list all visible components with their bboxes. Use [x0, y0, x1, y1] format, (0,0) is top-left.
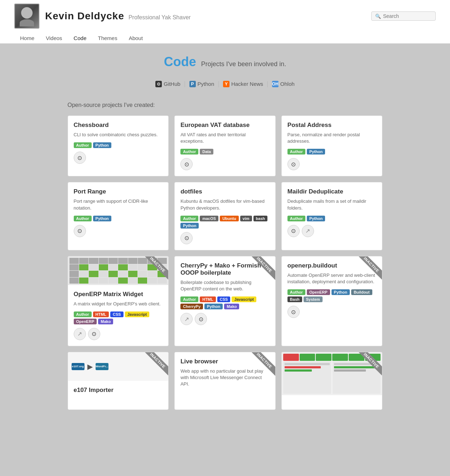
page-header: Code Projects I've been involved in. — [68, 54, 383, 69]
tag-author: Author — [74, 216, 92, 221]
github-icon: ⊙ — [155, 81, 162, 87]
share-link-icon[interactable]: ↗ — [180, 313, 193, 325]
link-separator-1: | — [184, 80, 186, 88]
tag-author: Author — [287, 216, 305, 221]
tag-python: Python — [93, 216, 111, 221]
project-desc: Parse, normalize and render postal addre… — [287, 132, 377, 144]
project-tags: Author Python — [287, 216, 377, 221]
project-card-chessboard: Chessboard CLI to solve combinatoric che… — [68, 116, 169, 176]
project-tags: Author OpenERP Python Buildout Bash Syst… — [287, 289, 377, 302]
share-link-icon[interactable]: ↗ — [302, 225, 314, 237]
tag-author: Author — [74, 142, 92, 148]
github-link-icon[interactable]: ⊙ — [88, 328, 100, 340]
tag-python: Python — [93, 142, 111, 148]
project-icons: ⊙ — [287, 306, 377, 318]
project-title: European VAT database — [180, 122, 270, 129]
project-card-dotfiles: dotfiles Kubuntu & macOS dotfiles for vi… — [174, 182, 276, 250]
tag-python: Python — [332, 289, 350, 295]
project-icons: ⊙ — [180, 158, 270, 170]
project-desc: Port range with support of CIDR-like not… — [74, 198, 163, 211]
project-tags: Author macOS Ubuntu vim bash Python — [180, 216, 270, 229]
github-link-icon[interactable]: ⊙ — [287, 225, 300, 237]
project-card-mailpng: Inactive — [281, 352, 383, 410]
arrow-icon: ▶ — [87, 362, 93, 371]
tag-ubuntu: Ubuntu — [220, 216, 238, 221]
project-tags: Author Python — [74, 216, 163, 221]
project-tags: Author HTML CSS Javascript CherryPy Pyth… — [180, 296, 270, 309]
github-link-icon[interactable]: ⊙ — [287, 158, 300, 170]
project-desc: Boilerplate codebase to publishing OpenE… — [180, 279, 270, 292]
project-title: Chessboard — [74, 122, 163, 129]
github-link-icon[interactable]: ⊙ — [195, 313, 207, 325]
project-title: OpenERP Matrix Widget — [74, 291, 163, 298]
project-title: openerp.buildout — [287, 262, 377, 269]
link-hackernews-label: Hacker News — [231, 81, 263, 87]
nav-about[interactable]: About — [123, 33, 149, 43]
link-github-label: GitHub — [164, 81, 180, 87]
project-title: Maildir Deduplicate — [287, 188, 377, 195]
tag-css: CSS — [110, 311, 124, 317]
project-card-cherrypy: Inactive CherryPy + Mako + Formish + OOO… — [174, 256, 276, 346]
links-row: ⊙ GitHub | P Python | Y Hacker News | OH… — [68, 80, 383, 88]
project-card-postal: Postal Address Parse, normalize and rend… — [281, 116, 383, 176]
project-icons: ⊙ ↗ — [287, 225, 377, 237]
tag-vim: vim — [240, 216, 252, 221]
python-icon: P — [189, 81, 196, 87]
project-desc: A matrix widget for OpenERP's web client… — [74, 301, 163, 307]
github-link-icon[interactable]: ⊙ — [180, 232, 193, 244]
project-desc: All VAT rates and their territorial exce… — [180, 132, 270, 144]
link-hackernews[interactable]: Y Hacker News — [223, 81, 263, 87]
page-title: Code — [164, 54, 196, 69]
share-link-icon[interactable]: ↗ — [74, 328, 86, 340]
nav-home[interactable]: Home — [14, 33, 40, 43]
github-link-icon[interactable]: ⊙ — [74, 225, 86, 237]
tag-html: HTML — [200, 296, 216, 302]
tag-html: HTML — [93, 311, 109, 317]
project-title: CherryPy + Mako + Formish + OOOP boilerp… — [180, 262, 270, 276]
link-github[interactable]: ⊙ GitHub — [155, 81, 180, 87]
tag-author: Author — [180, 296, 198, 302]
link-ohloh[interactable]: OH Ohloh — [272, 81, 295, 87]
tag-mako: Mako — [98, 319, 113, 324]
search-icon: 🔍 — [375, 14, 381, 19]
project-icons: ⊙ — [74, 225, 163, 237]
tag-css: CSS — [217, 296, 231, 302]
nav-themes[interactable]: Themes — [92, 33, 123, 43]
projects-grid: Chessboard CLI to solve combinatoric che… — [68, 116, 383, 410]
project-card-live-browser: Inactive Live browser Web app with no pa… — [174, 352, 276, 410]
tag-buildout: Buildout — [351, 289, 372, 295]
tag-bash: Bash — [287, 296, 302, 302]
tag-openerp: OpenERP — [307, 289, 330, 295]
site-name: Kevin Deldycke — [45, 10, 124, 21]
tag-system: System — [304, 296, 323, 302]
tag-author: Author — [180, 216, 198, 221]
avatar — [14, 4, 39, 29]
tag-python: Python — [204, 304, 223, 309]
project-desc: Kubuntu & macOS dotfiles for vim-based P… — [180, 198, 270, 211]
project-desc: Deduplicate mails from a set of maildir … — [287, 198, 377, 211]
ohloh-icon: OH — [272, 81, 279, 87]
link-separator-3: | — [267, 80, 268, 88]
tag-javascript: Javascript — [125, 311, 149, 317]
github-link-icon[interactable]: ⊙ — [180, 158, 193, 170]
project-card-buildout: Inactive openerp.buildout Automate OpenE… — [281, 256, 383, 346]
tag-python: Python — [307, 216, 325, 221]
project-card-vat: European VAT database All VAT rates and … — [174, 116, 276, 176]
github-link-icon[interactable]: ⊙ — [287, 306, 300, 318]
project-tags: Author Python — [287, 149, 377, 154]
project-title: Live browser — [180, 358, 270, 365]
tag-cherrypy: CherryPy — [180, 304, 203, 309]
nav-videos[interactable]: Videos — [40, 33, 68, 43]
project-desc: Automate OpenERP server and web-client i… — [287, 272, 377, 285]
search-box[interactable]: 🔍 — [371, 11, 436, 21]
link-python-label: Python — [198, 81, 214, 87]
nav-code[interactable]: Code — [68, 33, 92, 43]
search-input[interactable] — [383, 13, 432, 19]
hackernews-icon: Y — [223, 81, 229, 87]
project-icons: ↗ ⊙ — [180, 313, 270, 325]
link-python[interactable]: P Python — [189, 81, 214, 87]
nav: Home Videos Code Themes About — [14, 30, 436, 43]
github-link-icon[interactable]: ⊙ — [74, 152, 86, 164]
tag-author: Author — [180, 149, 198, 154]
tag-python: Python — [180, 223, 199, 229]
